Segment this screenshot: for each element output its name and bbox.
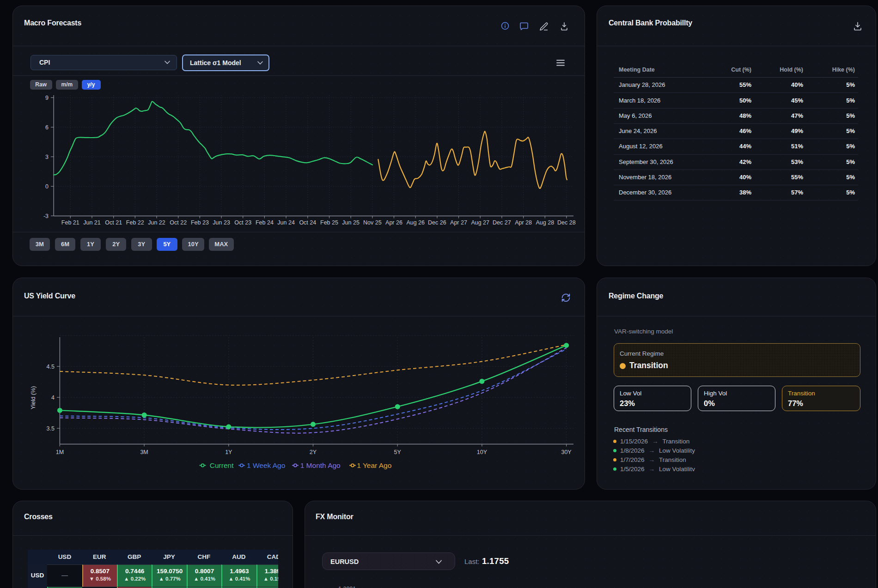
svg-text:Aug 26: Aug 26 (406, 219, 425, 226)
svg-text:Dec 28: Dec 28 (557, 219, 576, 226)
svg-text:1 Month Ago: 1 Month Ago (300, 461, 341, 469)
svg-text:10Y: 10Y (477, 449, 488, 455)
svg-text:Aug 28: Aug 28 (536, 219, 554, 226)
svg-text:3: 3 (45, 154, 49, 160)
svg-text:2Y: 2Y (310, 449, 317, 455)
svg-text:Current: Current (210, 461, 234, 469)
svg-text:30Y: 30Y (561, 449, 572, 455)
svg-text:Feb 24: Feb 24 (256, 219, 274, 226)
svg-text:9: 9 (45, 95, 49, 101)
svg-text:1M: 1M (56, 449, 64, 455)
svg-text:Feb 25: Feb 25 (320, 219, 338, 226)
svg-text:Jun 22: Jun 22 (148, 219, 165, 226)
svg-text:Feb 21: Feb 21 (61, 219, 79, 226)
svg-text:Dec 26: Dec 26 (428, 219, 446, 226)
svg-text:Oct 24: Oct 24 (299, 219, 316, 226)
svg-text:Jun 24: Jun 24 (277, 219, 295, 226)
svg-text:Jun 21: Jun 21 (83, 219, 101, 226)
svg-text:0: 0 (45, 183, 49, 190)
svg-text:Jun 25: Jun 25 (342, 219, 360, 226)
svg-text:-3: -3 (43, 213, 49, 219)
svg-text:3M: 3M (140, 449, 148, 455)
svg-text:3.5: 3.5 (47, 425, 55, 432)
svg-text:Apr 26: Apr 26 (385, 219, 402, 226)
svg-text:Yield (%): Yield (%) (30, 386, 37, 409)
svg-text:1 Year Ago: 1 Year Ago (357, 461, 391, 469)
svg-text:Oct 21: Oct 21 (105, 219, 122, 226)
svg-text:4.5: 4.5 (47, 364, 55, 370)
svg-text:6: 6 (45, 124, 49, 131)
svg-text:5Y: 5Y (394, 449, 402, 455)
svg-text:1Y: 1Y (225, 449, 232, 455)
svg-text:1 Week Ago: 1 Week Ago (247, 461, 285, 469)
svg-text:Aug 27: Aug 27 (471, 219, 489, 226)
svg-text:Apr 27: Apr 27 (450, 219, 467, 226)
svg-text:Apr 28: Apr 28 (515, 219, 532, 226)
svg-text:Jun 23: Jun 23 (213, 219, 230, 226)
svg-text:Oct 22: Oct 22 (170, 219, 187, 226)
svg-text:Dec 27: Dec 27 (493, 219, 511, 226)
svg-text:Nov 25: Nov 25 (363, 219, 382, 226)
svg-text:Feb 23: Feb 23 (191, 219, 209, 226)
svg-text:Oct 23: Oct 23 (234, 219, 251, 226)
svg-text:Feb 22: Feb 22 (126, 219, 144, 226)
svg-text:4: 4 (51, 394, 55, 401)
